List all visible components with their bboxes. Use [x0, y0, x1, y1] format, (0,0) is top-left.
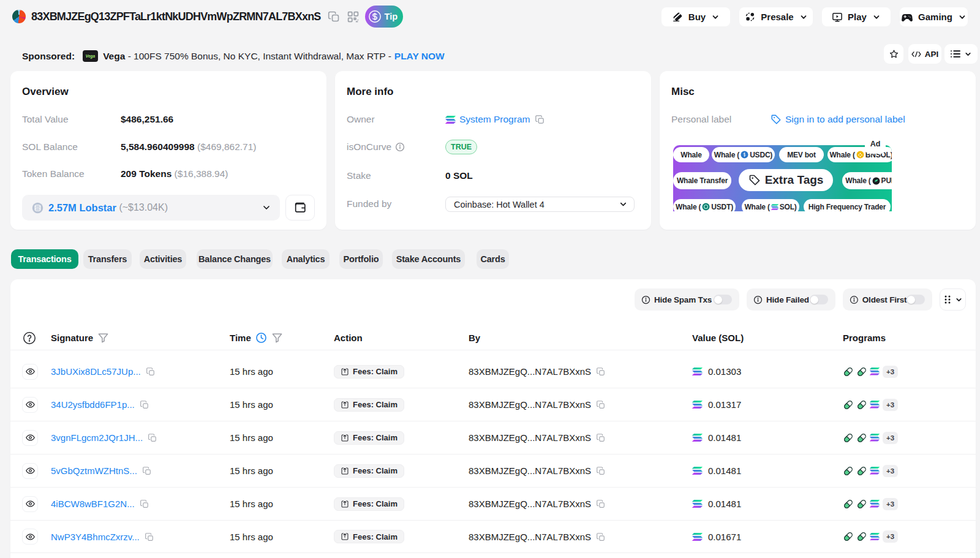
svg-text:Vega: Vega [86, 54, 96, 59]
